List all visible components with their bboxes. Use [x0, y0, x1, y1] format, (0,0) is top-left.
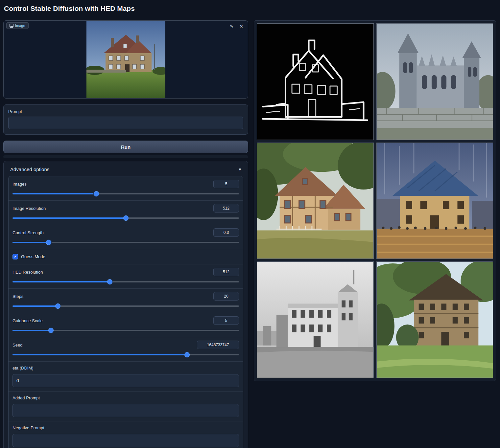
guidance-scale-number-input[interactable] — [213, 316, 239, 325]
image-badge-label: Image — [15, 24, 25, 28]
images-label: Images — [12, 182, 27, 187]
slider-fill — [12, 217, 126, 219]
seed-label: Seed — [12, 343, 22, 347]
seed-slider-group: Seed — [9, 337, 243, 361]
prompt-label: Prompt — [8, 109, 243, 114]
seed-number-input[interactable] — [197, 341, 239, 349]
added-prompt-input[interactable] — [12, 404, 239, 417]
slider-fill — [12, 330, 51, 331]
clear-image-button[interactable]: ✕ — [239, 23, 244, 29]
control-strength-slider[interactable] — [12, 240, 239, 245]
gallery-item-rainy-painting[interactable] — [376, 143, 493, 259]
hed-resolution-slider-group: HED Resolution — [9, 264, 243, 288]
guidance-scale-label: Guidance Scale — [12, 318, 43, 323]
slider-fill — [12, 281, 110, 282]
seed-slider[interactable] — [12, 352, 239, 357]
page-title: Control Stable Diffusion with HED Maps — [4, 5, 135, 12]
steps-number-input[interactable] — [213, 292, 239, 301]
images-slider-group: Images — [9, 176, 243, 200]
image-resolution-slider[interactable] — [12, 215, 239, 221]
advanced-options-header[interactable]: Advanced options ▼ — [8, 165, 243, 176]
slider-fill — [12, 305, 58, 307]
advanced-controls: Images Image Resolution — [8, 176, 243, 448]
guidance-scale-slider-group: Guidance Scale — [9, 313, 243, 337]
slider-thumb[interactable] — [48, 328, 54, 333]
guess-mode-checkbox[interactable]: ✓ — [12, 254, 18, 259]
input-column: Image ✎ ✕ — [3, 20, 248, 448]
gallery-item-bw-building[interactable] — [257, 261, 374, 378]
slider-fill — [12, 242, 49, 243]
image-icon — [10, 24, 13, 28]
image-resolution-number-input[interactable] — [213, 204, 239, 213]
advanced-options-title: Advanced options — [10, 167, 49, 172]
hed-edge-map-image — [257, 24, 373, 140]
negative-prompt-input[interactable] — [12, 434, 239, 447]
steps-slider[interactable] — [12, 303, 239, 309]
guess-mode-label: Guess Mode — [21, 254, 45, 259]
gallery-item-house-painting[interactable] — [257, 143, 374, 259]
image-type-badge: Image — [6, 22, 29, 29]
castle-output-image — [377, 24, 493, 140]
eta-input[interactable] — [12, 374, 239, 387]
guidance-scale-slider[interactable] — [12, 328, 239, 333]
image-resolution-label: Image Resolution — [12, 206, 46, 211]
pencil-icon: ✎ — [230, 24, 234, 29]
slider-thumb[interactable] — [184, 352, 190, 357]
run-button-shadow — [3, 155, 248, 158]
image-upload-area[interactable]: Image ✎ ✕ — [3, 20, 248, 99]
steps-slider-group: Steps — [9, 288, 243, 313]
close-icon: ✕ — [239, 24, 243, 29]
steps-label: Steps — [12, 294, 23, 299]
prompt-panel: Prompt — [3, 104, 248, 135]
eta-group: eta (DDIM) — [9, 361, 243, 391]
eta-label: eta (DDIM) — [12, 366, 34, 370]
hed-resolution-label: HED Resolution — [12, 270, 43, 275]
control-strength-label: Control Strength — [12, 230, 44, 235]
negative-prompt-group: Negative Prompt — [9, 421, 243, 448]
slider-thumb[interactable] — [94, 191, 99, 196]
house-painting-output-image — [257, 143, 373, 259]
slider-fill — [12, 354, 187, 355]
output-gallery — [254, 20, 496, 381]
hed-resolution-slider[interactable] — [12, 279, 239, 284]
slider-thumb[interactable] — [107, 279, 112, 284]
negative-prompt-label: Negative Prompt — [12, 425, 44, 430]
gallery-item-timber-house[interactable] — [376, 261, 493, 378]
image-actions: ✎ ✕ — [229, 23, 244, 29]
prompt-input[interactable] — [8, 117, 243, 129]
timber-house-output-image — [377, 262, 493, 378]
advanced-options-panel: Advanced options ▼ Images — [3, 161, 248, 448]
app-root: Control Stable Diffusion with HED Maps I… — [0, 0, 500, 448]
images-number-input[interactable] — [213, 180, 239, 188]
slider-thumb[interactable] — [46, 240, 51, 245]
rainy-painting-output-image — [377, 143, 493, 259]
bw-building-output-image — [257, 262, 373, 378]
image-resolution-slider-group: Image Resolution — [9, 200, 243, 225]
control-strength-number-input[interactable] — [213, 228, 239, 237]
check-icon: ✓ — [14, 255, 17, 259]
collapse-arrow-icon[interactable]: ▼ — [238, 167, 242, 172]
added-prompt-label: Added Prompt — [12, 395, 40, 400]
input-house-photo — [86, 21, 165, 98]
gallery-item-hed-map[interactable] — [257, 23, 374, 140]
slider-thumb[interactable] — [55, 303, 60, 309]
images-slider[interactable] — [12, 191, 239, 196]
added-prompt-group: Added Prompt — [9, 391, 243, 421]
edit-image-button[interactable]: ✎ — [229, 23, 234, 29]
guess-mode-group: ✓ Guess Mode — [9, 249, 243, 264]
control-strength-slider-group: Control Strength — [9, 225, 243, 249]
gallery-item-castle[interactable] — [376, 23, 493, 140]
slider-fill — [12, 193, 96, 194]
slider-thumb[interactable] — [123, 215, 129, 221]
run-button[interactable]: Run — [3, 141, 248, 153]
hed-resolution-number-input[interactable] — [213, 268, 239, 276]
